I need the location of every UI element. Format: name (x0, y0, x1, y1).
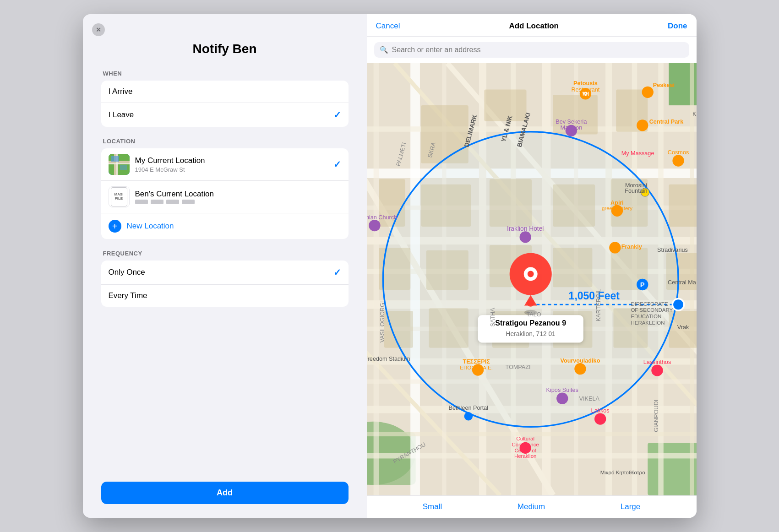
frequency-card: Only Once ✓ Every Time (101, 261, 349, 307)
svg-point-142 (672, 155, 684, 166)
ben-location-icon: MASIFILE (109, 186, 130, 207)
svg-point-117 (556, 393, 568, 404)
left-panel: ✕ Notify Ben WHEN I Arrive I Leave ✓ LOC… (83, 14, 367, 518)
svg-point-115 (651, 364, 663, 376)
svg-text:Central Park: Central Park (649, 119, 684, 125)
when-card: I Arrive I Leave ✓ (101, 81, 349, 127)
location-card: My Current Location 1904 E McGraw St ✓ M… (101, 148, 349, 239)
ben-location-redacted (135, 200, 341, 204)
svg-text:VIKELA: VIKELA (579, 396, 599, 402)
ben-location-option[interactable]: MASIFILE Ben's Current Location (101, 181, 349, 213)
large-size-button[interactable]: Large (621, 502, 640, 511)
svg-text:Lassinthos: Lassinthos (643, 359, 671, 365)
svg-text:SATHA: SATHA (490, 308, 496, 327)
svg-text:Frankly: Frankly (621, 244, 642, 250)
svg-text:OF SECONDARY: OF SECONDARY (631, 307, 673, 313)
svg-text:Vourvouladiko: Vourvouladiko (560, 358, 600, 364)
done-button[interactable]: Done (668, 22, 687, 31)
svg-text:Freedom Stadium: Freedom Stadium (367, 356, 410, 362)
every-time-option[interactable]: Every Time (101, 285, 349, 307)
svg-text:Peskesi: Peskesi (653, 82, 674, 88)
panel-title: Notify Ben (101, 42, 349, 56)
plus-icon: + (109, 220, 121, 233)
map-svg: 1,050 Feet (367, 63, 697, 495)
my-location-name: My Current Location (135, 156, 333, 165)
svg-text:Vrak: Vrak (677, 324, 689, 331)
map-area: 1,050 Feet (367, 63, 697, 495)
cancel-button[interactable]: Cancel (376, 22, 400, 31)
only-once-option[interactable]: Only Once ✓ (101, 261, 349, 285)
svg-point-113 (574, 363, 586, 375)
map-title: Add Location (509, 22, 559, 31)
redact-4 (182, 200, 195, 204)
ben-location-name: Ben's Current Location (135, 190, 341, 199)
close-button[interactable]: ✕ (92, 23, 105, 36)
svg-point-67 (527, 271, 534, 277)
arrive-option[interactable]: I Arrive (101, 81, 349, 103)
svg-rect-40 (484, 90, 526, 121)
search-icon: 🔍 (380, 46, 388, 54)
svg-text:Mansion: Mansion (560, 125, 582, 131)
svg-rect-6 (120, 165, 127, 170)
leave-checkmark: ✓ (333, 109, 341, 120)
file-thumbnail: MASIFILE (111, 187, 127, 206)
svg-text:Petousis: Petousis (573, 80, 598, 87)
frequency-section-label: FREQUENCY (103, 250, 349, 257)
my-location-checkmark: ✓ (333, 159, 341, 170)
new-location-row[interactable]: + New Location (101, 213, 349, 239)
svg-text:Kipos Suites: Kipos Suites (546, 387, 578, 393)
svg-text:Stradivarius: Stradivarius (657, 247, 687, 253)
search-input[interactable] (392, 46, 684, 54)
svg-point-105 (369, 220, 380, 231)
map-size-bar: Small Medium Large (367, 495, 697, 518)
svg-point-109 (609, 242, 621, 253)
search-bar[interactable]: 🔍 (374, 42, 689, 58)
svg-text:Stratigou Pezanou 9: Stratigou Pezanou 9 (495, 319, 566, 327)
leave-label: I Leave (109, 110, 333, 119)
svg-text:GIANPOUDI: GIANPOUDI (653, 400, 659, 432)
svg-text:ΤΕΣΣΕΡΙΣ: ΤΕΣΣΕΡΙΣ (463, 358, 490, 365)
svg-text:ΕΠΟΧΕΣ Α.Ε.: ΕΠΟΧΕΣ Α.Ε. (460, 365, 493, 370)
only-once-checkmark: ✓ (333, 267, 341, 278)
right-panel: Cancel Add Location Done 🔍 (367, 14, 697, 518)
every-time-label: Every Time (109, 291, 341, 300)
svg-text:HERAKLEION: HERAKLEION (631, 320, 665, 326)
location-section-label: LOCATION (103, 138, 349, 145)
svg-rect-11 (648, 443, 697, 495)
redact-2 (151, 200, 163, 204)
svg-text:P: P (640, 281, 644, 288)
svg-text:Bethleen Portal: Bethleen Portal (448, 405, 488, 412)
svg-text:Armenian Church: Armenian Church (367, 214, 397, 221)
my-location-icon (109, 154, 130, 175)
my-location-option[interactable]: My Current Location 1904 E McGraw St ✓ (101, 148, 349, 181)
svg-point-73 (672, 299, 684, 310)
redact-3 (166, 200, 179, 204)
map-thumbnail (109, 154, 130, 175)
svg-text:Heraklion: Heraklion (514, 453, 536, 459)
medium-size-button[interactable]: Medium (518, 502, 545, 511)
leave-option[interactable]: I Leave ✓ (101, 103, 349, 127)
when-section-label: WHEN (103, 70, 349, 77)
svg-text:Heraklion, 712 01: Heraklion, 712 01 (506, 330, 555, 337)
svg-text:VASILOGIORGI: VASILOGIORGI (379, 301, 385, 343)
map-header: Cancel Add Location Done (367, 14, 697, 37)
svg-rect-33 (373, 63, 379, 495)
svg-text:Μικρό Κηποθέατρο: Μικρό Κηποθέατρο (600, 470, 645, 475)
small-size-button[interactable]: Small (423, 502, 442, 511)
svg-text:DIRECTORATE: DIRECTORATE (631, 301, 668, 307)
svg-text:EDUCATION: EDUCATION (631, 314, 661, 319)
arrive-label: I Arrive (109, 87, 341, 96)
svg-text:Lakkos: Lakkos (591, 407, 609, 414)
svg-point-119 (464, 412, 472, 420)
svg-text:Fountain: Fountain (625, 188, 647, 194)
svg-text:TOMPAZI: TOMPAZI (505, 364, 530, 370)
add-button[interactable]: Add (101, 482, 349, 504)
map-background: 1,050 Feet (367, 63, 697, 495)
svg-point-107 (519, 231, 531, 243)
svg-rect-5 (111, 156, 119, 162)
svg-text:Cultural: Cultural (516, 436, 534, 441)
svg-text:Cosmos: Cosmos (667, 149, 688, 156)
svg-text:Restaurant: Restaurant (571, 87, 599, 93)
svg-text:Kritik: Kritik (692, 111, 697, 117)
svg-text:1,050 Feet: 1,050 Feet (568, 290, 620, 302)
